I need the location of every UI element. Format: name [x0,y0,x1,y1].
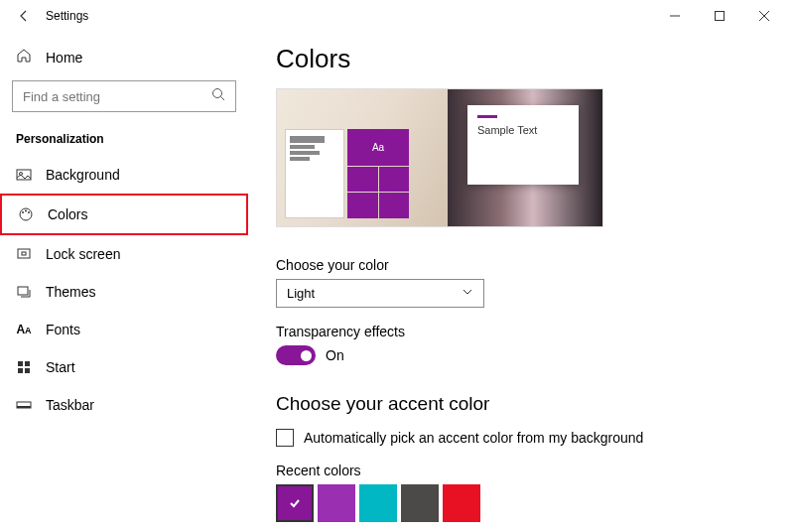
sidebar-item-colors[interactable]: Colors [0,194,248,235]
body: Home Personalization Background Colors L [0,32,794,532]
transparency-label: Transparency effects [276,324,766,339]
search-field[interactable] [23,89,211,104]
sidebar-item-lockscreen[interactable]: Lock screen [0,235,248,273]
sidebar-item-fonts[interactable]: AA Fonts [0,311,248,348]
home-icon [16,48,32,66]
auto-pick-checkbox[interactable] [276,429,294,447]
nav-label: Start [46,359,75,375]
lock-icon [16,246,32,262]
nav-label: Lock screen [46,246,120,262]
page-title: Colors [276,44,766,74]
nav-label: Fonts [46,322,80,337]
swatch-0[interactable] [276,484,314,522]
swatch-1[interactable] [318,484,355,522]
auto-pick-row[interactable]: Automatically pick an accent color from … [276,429,766,447]
tile-aa: Aa [347,129,409,166]
themes-icon [16,284,32,300]
transparency-row: On [276,345,766,365]
nav-label: Themes [46,284,96,300]
sidebar-item-taskbar[interactable]: Taskbar [0,386,248,424]
sidebar: Home Personalization Background Colors L [0,32,248,532]
preview-pane: Aa Sample Text [276,88,603,227]
preview-tiles: Aa [347,129,409,218]
svg-point-11 [28,211,30,213]
titlebar: Settings [0,0,794,32]
recent-colors [276,484,766,522]
svg-rect-15 [18,361,23,366]
chevron-down-icon [462,286,473,301]
svg-rect-13 [22,252,26,255]
choose-color-label: Choose your color [276,257,766,273]
preview-desktop: Aa [277,89,448,226]
search-icon [211,87,225,105]
swatch-2[interactable] [359,484,397,522]
auto-pick-label: Automatically pick an accent color from … [304,430,643,446]
palette-icon [18,206,34,222]
svg-rect-14 [18,287,28,295]
home-label: Home [46,50,82,66]
svg-rect-17 [18,368,23,373]
swatch-3[interactable] [401,484,439,522]
content: Colors Aa [248,32,794,532]
nav-label: Taskbar [46,397,94,413]
preview-photo: Sample Text [448,89,602,226]
picture-icon [16,167,32,183]
fonts-icon: AA [16,323,32,336]
accent-title: Choose your accent color [276,393,766,415]
preview-window [285,129,344,218]
svg-point-10 [25,210,27,212]
sample-accent [477,115,497,118]
taskbar-icon [16,397,32,413]
svg-rect-12 [18,249,30,258]
svg-rect-16 [25,361,30,366]
category-label: Personalization [0,118,248,156]
svg-rect-1 [715,12,724,21]
search-wrap [0,74,248,118]
sample-card: Sample Text [467,105,579,185]
transparency-state: On [326,347,344,363]
swatch-4[interactable] [443,484,480,522]
sample-text: Sample Text [477,124,569,136]
nav-label: Colors [48,206,87,222]
svg-rect-20 [17,406,31,408]
back-button[interactable] [8,0,40,32]
sidebar-item-start[interactable]: Start [0,348,248,386]
settings-window: Settings Home Personalization [0,0,794,532]
window-controls [652,0,786,32]
sidebar-item-themes[interactable]: Themes [0,273,248,311]
close-button[interactable] [741,0,786,32]
transparency-toggle[interactable] [276,345,316,365]
sidebar-item-background[interactable]: Background [0,156,248,194]
svg-point-4 [213,89,222,98]
recent-colors-label: Recent colors [276,463,766,478]
choose-color-select[interactable]: Light [276,279,484,308]
check-icon [288,496,302,510]
search-input[interactable] [12,80,236,112]
svg-point-9 [22,211,24,213]
minimize-button[interactable] [652,0,697,32]
start-icon [16,359,32,375]
select-value: Light [287,286,315,301]
svg-rect-18 [25,368,30,373]
maximize-button[interactable] [697,0,741,32]
nav-label: Background [46,167,120,183]
home-nav[interactable]: Home [0,40,248,74]
window-title: Settings [46,9,88,23]
svg-line-5 [221,97,225,101]
